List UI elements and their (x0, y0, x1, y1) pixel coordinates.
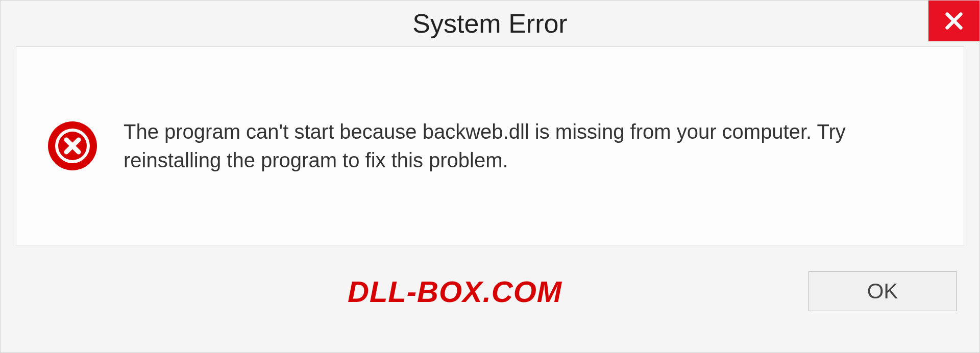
ok-button[interactable]: OK (808, 271, 957, 311)
error-message: The program can't start because backweb.… (124, 117, 933, 174)
close-icon (944, 11, 964, 31)
watermark-text: DLL-BOX.COM (348, 274, 562, 309)
footer: DLL-BOX.COM OK (1, 245, 979, 337)
error-dialog: System Error The program can't start bec… (0, 0, 980, 353)
error-icon (47, 120, 98, 171)
content-panel: The program can't start because backweb.… (16, 46, 964, 245)
dialog-title: System Error (412, 8, 567, 39)
titlebar: System Error (1, 1, 979, 46)
close-button[interactable] (928, 1, 979, 41)
